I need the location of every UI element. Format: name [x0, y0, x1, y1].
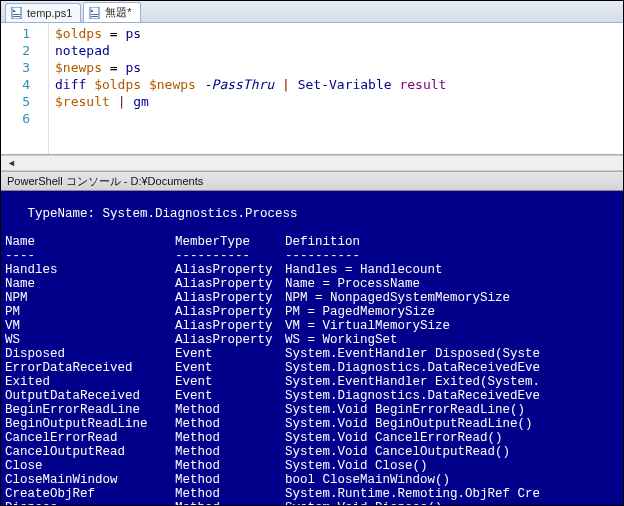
- editor-tab[interactable]: temp.ps1: [5, 3, 81, 22]
- console-row: ------------------------: [5, 249, 619, 263]
- console-row: CreateObjRefMethodSystem.Runtime.Remotin…: [5, 487, 619, 501]
- scroll-left-icon[interactable]: ◄: [7, 158, 16, 168]
- console-row: BeginOutputReadLineMethodSystem.Void Beg…: [5, 417, 619, 431]
- line-number: 1: [1, 25, 30, 42]
- console-panel-title: PowerShell コンソール - D:¥Documents: [1, 171, 623, 191]
- line-number: 3: [1, 59, 30, 76]
- code-editor[interactable]: 123456 $oldps = psnotepad$newps = psdiff…: [1, 23, 623, 155]
- file-icon: [10, 6, 24, 20]
- console-row: NameMemberTypeDefinition: [5, 235, 619, 249]
- console-row: OutputDataReceivedEventSystem.Diagnostic…: [5, 389, 619, 403]
- console-row: CloseMethodSystem.Void Close(): [5, 459, 619, 473]
- console-row: BeginErrorReadLineMethodSystem.Void Begi…: [5, 403, 619, 417]
- console-row: WSAliasPropertyWS = WorkingSet: [5, 333, 619, 347]
- svg-rect-4: [91, 14, 98, 15]
- editor-tab[interactable]: 無題*: [83, 2, 140, 22]
- console-row: DisposeMethodSystem.Void Dispose(): [5, 501, 619, 505]
- console-row: NameAliasPropertyName = ProcessName: [5, 277, 619, 291]
- console-row: VMAliasPropertyVM = VirtualMemorySize: [5, 319, 619, 333]
- tab-label: temp.ps1: [27, 7, 72, 19]
- svg-rect-5: [91, 16, 98, 17]
- console-row: CancelErrorReadMethodSystem.Void CancelE…: [5, 431, 619, 445]
- svg-rect-3: [90, 7, 99, 19]
- code-line: $newps = ps: [55, 59, 617, 76]
- line-number: 4: [1, 76, 30, 93]
- code-line: $oldps = ps: [55, 25, 617, 42]
- code-line: notepad: [55, 42, 617, 59]
- console-row: NPMAliasPropertyNPM = NonpagedSystemMemo…: [5, 291, 619, 305]
- console-row: CancelOutputReadMethodSystem.Void Cancel…: [5, 445, 619, 459]
- svg-rect-0: [12, 7, 21, 19]
- line-number: 6: [1, 110, 30, 127]
- console-row: DisposedEventSystem.EventHandler Dispose…: [5, 347, 619, 361]
- code-line: [55, 110, 617, 127]
- console-output[interactable]: TypeName: System.Diagnostics.Process Nam…: [1, 191, 623, 505]
- tab-label: 無題*: [105, 5, 131, 20]
- line-number: 2: [1, 42, 30, 59]
- code-line: diff $oldps $newps -PassThru | Set-Varia…: [55, 76, 617, 93]
- console-row: HandlesAliasPropertyHandles = Handlecoun…: [5, 263, 619, 277]
- console-row: CloseMainWindowMethodbool CloseMainWindo…: [5, 473, 619, 487]
- svg-rect-1: [13, 14, 20, 15]
- line-number: 5: [1, 93, 30, 110]
- svg-rect-2: [13, 16, 20, 17]
- code-area[interactable]: $oldps = psnotepad$newps = psdiff $oldps…: [49, 23, 623, 154]
- console-row: PMAliasPropertyPM = PagedMemorySize: [5, 305, 619, 319]
- console-row: ErrorDataReceivedEventSystem.Diagnostics…: [5, 361, 619, 375]
- h-scroll[interactable]: ◄: [1, 155, 623, 171]
- file-icon: [88, 6, 102, 20]
- console-row: ExitedEventSystem.EventHandler Exited(Sy…: [5, 375, 619, 389]
- console-title-text: PowerShell コンソール - D:¥Documents: [7, 174, 203, 189]
- code-line: $result | gm: [55, 93, 617, 110]
- line-gutter: 123456: [1, 23, 49, 154]
- editor-tabs: temp.ps1無題*: [1, 1, 623, 23]
